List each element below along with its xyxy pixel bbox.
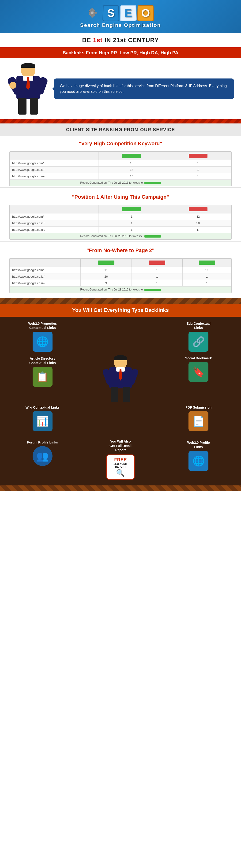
grid-item-pdf: PDF Submission 📄 [159, 403, 238, 433]
report-bar-indicator-1 [144, 182, 161, 184]
svg-rect-3 [91, 15, 93, 18]
intro-section: We have huge diversity of back links for… [0, 58, 241, 119]
cell-url: http://www.google.co.uk/ [10, 226, 98, 233]
grid-item-web20-profile: Web2.0 Profile Links 🌐 [159, 438, 238, 481]
free-text: FREE [110, 457, 131, 462]
grid-center-character [82, 354, 160, 403]
quote-text-1: "Very High Competition Keyword" [5, 141, 236, 147]
report-row-1: Report Generated on: Thu Jul 28 2016 for… [10, 180, 231, 186]
table-row: http://www.google.com/ 11 1 11 [10, 267, 231, 273]
cell-rank-2: 1 [131, 273, 182, 280]
cell-rank-1: 11 [81, 267, 131, 273]
report-bar-indicator-3 [144, 289, 161, 291]
rank-table-1: http://www.google.com/ 15 1 http://www.g… [10, 152, 231, 186]
grid-center-mid [82, 403, 160, 433]
icon-pdf: 📄 [188, 411, 208, 431]
speech-text: We have huge diversity of back links for… [60, 83, 228, 94]
cell-rank-1: 1 [98, 226, 165, 233]
seo-letters: S E O [103, 5, 154, 21]
cell-rank-2: 42 [165, 213, 231, 220]
section-divider-1 [0, 187, 241, 188]
ranking-quote-3: "From No-Where to Page 2" [0, 243, 241, 258]
cell-url: http://www.google.com/ [10, 213, 98, 220]
header-bar-1 [122, 154, 141, 158]
cell-rank-2: 47 [165, 226, 231, 233]
tagline-text: BE 1st IN 21st CENTURY [3, 36, 238, 44]
table-row: http://www.google.co.id/ 14 1 [10, 166, 231, 173]
item-label-report: You Will Also Get Full Detail Report [110, 439, 131, 452]
cell-url: http://www.google.com/ [10, 160, 98, 166]
ranking-section-3: "From No-Where to Page 2" [0, 243, 241, 298]
col-rank2 [165, 152, 231, 160]
cell-rank-3: 1 [183, 273, 231, 280]
audit-text-1: SEO AUDIT [110, 462, 131, 465]
gear-icon [87, 6, 101, 20]
icon-edu: 🔗 [188, 332, 208, 352]
header-section: S E O Search Engine Optimization [0, 0, 241, 33]
backlinks-banner: Backlinks From High PR, Low PR, High DA,… [0, 47, 241, 58]
table-row: http://www.google.com/ 15 1 [10, 160, 231, 166]
tagline-section: BE 1st IN 21st CENTURY [0, 33, 241, 47]
item-label-edu: Edu Contextual Links [186, 321, 211, 330]
col-rank3 [183, 259, 231, 267]
ranking-table-1: http://www.google.com/ 15 1 http://www.g… [9, 151, 232, 186]
backlinks-grid: Web2.0 Properties Contextual Links 🌐 Edu… [0, 317, 241, 436]
table-row: http://www.google.co.uk/ 9 1 1 [10, 280, 231, 286]
icon-forum: 👥 [33, 446, 53, 466]
header-bar-5 [98, 260, 114, 265]
client-ranking-title: CLIENT SITE RANKING FROM OUR SERVICE [0, 123, 241, 136]
item-label-article: Article Directory Contextual Links [29, 356, 56, 365]
cell-rank-2: 58 [165, 220, 231, 226]
icon-article: 📋 [33, 367, 53, 387]
cc-leg-r [123, 387, 130, 402]
grid-item-social: Social Bookmark 🔖 [159, 354, 238, 403]
icon-web20-profile: 🌐 [188, 451, 208, 471]
report-row-3: Report Generated on: Thu Jul 28 2016 for… [10, 286, 231, 293]
letter-e: E [120, 5, 137, 21]
cell-rank-1: 9 [81, 280, 131, 286]
cell-url: http://www.google.co.id/ [10, 220, 98, 226]
cell-url: http://www.google.co.id/ [10, 166, 98, 173]
cell-rank-1: 14 [98, 166, 165, 173]
table-row: http://www.google.co.id/ 1 58 [10, 220, 231, 226]
item-label-forum: Forum Profile Links [27, 440, 58, 444]
header-bar-3 [122, 207, 141, 211]
backlinks-types-section: You Will Get Everything Type Backlinks W… [0, 304, 241, 486]
character-hair [21, 63, 35, 68]
red-divider [0, 119, 241, 123]
col-rank1 [81, 259, 131, 267]
cell-rank-1: 1 [98, 213, 165, 220]
grid-center-top [82, 319, 160, 354]
cell-rank-3: 11 [183, 267, 231, 273]
svg-rect-4 [89, 12, 91, 13]
report-text-2: Report Generated on: Thu Jul 28 2016 for… [80, 235, 144, 238]
cell-rank-2: 1 [131, 267, 182, 273]
grid-item-article: Article Directory Contextual Links 📋 [3, 354, 82, 403]
cell-rank-1: 15 [98, 160, 165, 166]
svg-rect-2 [91, 8, 93, 10]
cell-rank-1: 26 [81, 273, 131, 280]
report-text-3: Report Generated on: Thu Jul 28 2016 for… [80, 288, 144, 291]
bottom-grid: Forum Profile Links 👥 You Will Also Get … [0, 436, 241, 486]
ranking-section-2: "Position 1 After Using This Campaign" h… [0, 189, 241, 240]
svg-rect-5 [94, 12, 97, 13]
rank-table-2: http://www.google.com/ 1 42 http://www.g… [10, 205, 231, 240]
character-hand-left [9, 82, 17, 89]
cell-rank-2: 1 [165, 166, 231, 173]
cell-url: http://www.google.co.id/ [10, 273, 81, 280]
col-rank1 [98, 205, 165, 213]
quote-text-2: "Position 1 After Using This Campaign" [5, 194, 236, 200]
intro-character [7, 63, 49, 115]
col-url [10, 205, 98, 213]
brown-border-bottom [0, 486, 241, 491]
ranking-quote-1: "Very High Competition Keyword" [0, 136, 241, 151]
quote-text-3: "From No-Where to Page 2" [5, 247, 236, 253]
icon-social: 🔖 [188, 362, 208, 382]
item-label-social: Social Bookmark [185, 356, 212, 360]
report-text-1: Report Generated on: Thu Jul 28 2016 for… [80, 181, 144, 184]
backlinks-types-title: You Will Get Everything Type Backlinks [0, 304, 241, 317]
center-character-figure [104, 355, 137, 402]
ranking-section-1: "Very High Competition Keyword" http://w… [0, 136, 241, 186]
cell-rank-2: 1 [165, 160, 231, 166]
icon-wiki: 📊 [33, 411, 53, 431]
